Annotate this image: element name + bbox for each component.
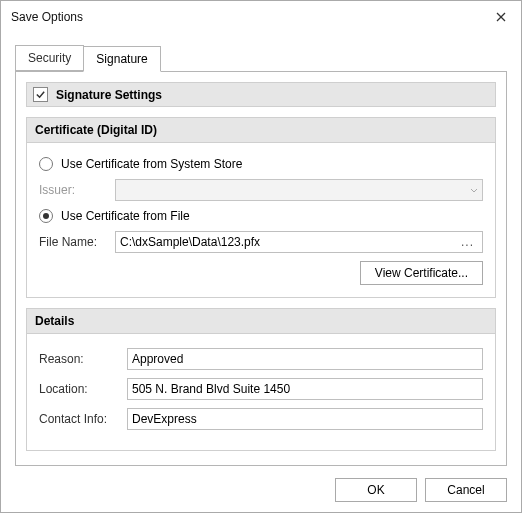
radio-from-file[interactable]: Use Certificate from File <box>39 209 483 223</box>
radio-from-file-label: Use Certificate from File <box>61 209 190 223</box>
details-group-body: Reason: Location: Contact Info: <box>27 334 495 450</box>
view-cert-row: View Certificate... <box>39 261 483 285</box>
signature-settings-checkbox[interactable] <box>33 87 48 102</box>
cancel-button[interactable]: Cancel <box>425 478 507 502</box>
reason-input[interactable] <box>132 352 478 366</box>
details-group: Details Reason: Location: Contact Info: <box>26 308 496 451</box>
check-icon <box>35 89 46 100</box>
tab-signature[interactable]: Signature <box>83 46 160 72</box>
location-field-wrapper <box>127 378 483 400</box>
tab-strip: Security Signature <box>15 45 507 71</box>
radio-system-store-label: Use Certificate from System Store <box>61 157 242 171</box>
titlebar: Save Options <box>1 1 521 33</box>
reason-label: Reason: <box>39 352 119 366</box>
filename-input[interactable] <box>120 235 457 249</box>
reason-field-wrapper <box>127 348 483 370</box>
contact-row: Contact Info: <box>39 408 483 430</box>
issuer-row: Issuer: <box>39 179 483 201</box>
certificate-group: Certificate (Digital ID) Use Certificate… <box>26 117 496 298</box>
ok-button[interactable]: OK <box>335 478 417 502</box>
filename-field-wrapper: ... <box>115 231 483 253</box>
radio-icon <box>39 157 53 171</box>
details-group-header: Details <box>27 309 495 334</box>
tab-security[interactable]: Security <box>15 45 84 71</box>
signature-settings-label: Signature Settings <box>56 88 162 102</box>
location-input[interactable] <box>132 382 478 396</box>
reason-row: Reason: <box>39 348 483 370</box>
tab-panel-signature: Signature Settings Certificate (Digital … <box>15 71 507 466</box>
certificate-group-body: Use Certificate from System Store Issuer… <box>27 143 495 297</box>
contact-label: Contact Info: <box>39 412 119 426</box>
content-area: Security Signature Signature Settings Ce… <box>1 33 521 466</box>
filename-label: File Name: <box>39 235 107 249</box>
contact-input[interactable] <box>132 412 478 426</box>
location-row: Location: <box>39 378 483 400</box>
issuer-label: Issuer: <box>39 183 107 197</box>
signature-settings-header: Signature Settings <box>26 82 496 107</box>
issuer-combo[interactable] <box>115 179 483 201</box>
filename-row: File Name: ... <box>39 231 483 253</box>
radio-system-store[interactable]: Use Certificate from System Store <box>39 157 483 171</box>
close-icon <box>496 12 506 22</box>
chevron-down-icon <box>470 183 478 197</box>
certificate-group-header: Certificate (Digital ID) <box>27 118 495 143</box>
close-button[interactable] <box>489 7 513 27</box>
contact-field-wrapper <box>127 408 483 430</box>
view-certificate-button[interactable]: View Certificate... <box>360 261 483 285</box>
browse-button[interactable]: ... <box>457 235 478 249</box>
radio-icon <box>39 209 53 223</box>
location-label: Location: <box>39 382 119 396</box>
dialog-footer: OK Cancel <box>335 478 507 502</box>
window-title: Save Options <box>11 10 83 24</box>
